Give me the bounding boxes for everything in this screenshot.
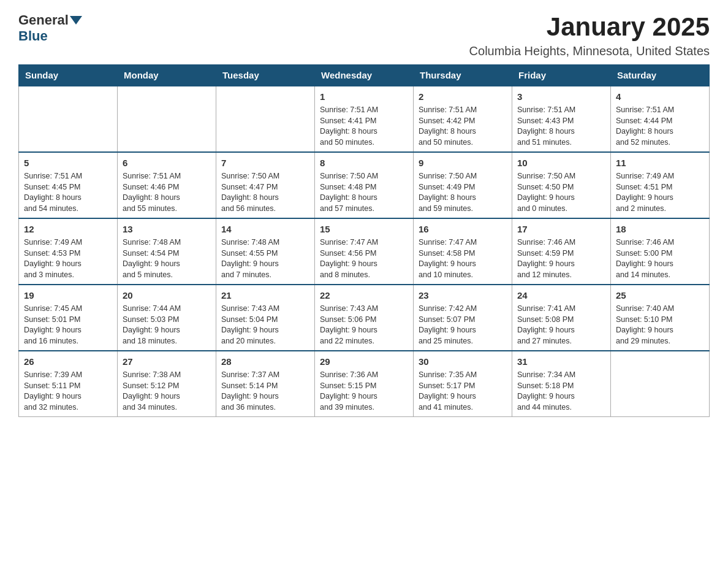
calendar-cell: 19Sunrise: 7:45 AM Sunset: 5:01 PM Dayli… [19,285,118,351]
day-info: Sunrise: 7:49 AM Sunset: 4:53 PM Dayligh… [24,237,112,280]
calendar-cell: 24Sunrise: 7:41 AM Sunset: 5:08 PM Dayli… [512,285,611,351]
calendar-cell: 3Sunrise: 7:51 AM Sunset: 4:43 PM Daylig… [512,86,611,152]
calendar-week-row: 5Sunrise: 7:51 AM Sunset: 4:45 PM Daylig… [19,152,710,218]
day-info: Sunrise: 7:38 AM Sunset: 5:12 PM Dayligh… [123,370,211,413]
day-number: 1 [320,90,408,103]
day-number: 30 [419,355,507,368]
calendar-table: SundayMondayTuesdayWednesdayThursdayFrid… [18,64,710,417]
calendar-cell: 6Sunrise: 7:51 AM Sunset: 4:46 PM Daylig… [118,152,216,218]
day-number: 25 [616,289,704,302]
day-number: 17 [517,223,605,236]
day-info: Sunrise: 7:34 AM Sunset: 5:18 PM Dayligh… [517,370,605,413]
calendar-cell: 9Sunrise: 7:50 AM Sunset: 4:49 PM Daylig… [414,152,512,218]
day-info: Sunrise: 7:51 AM Sunset: 4:46 PM Dayligh… [123,171,211,214]
calendar-header-monday: Monday [118,65,216,86]
calendar-header-sunday: Sunday [19,65,118,86]
calendar-subtitle: Columbia Heights, Minnesota, United Stat… [469,44,710,58]
calendar-header-friday: Friday [512,65,611,86]
day-info: Sunrise: 7:50 AM Sunset: 4:48 PM Dayligh… [320,171,408,214]
calendar-header-tuesday: Tuesday [216,65,315,86]
logo: General Blue [18,12,83,44]
calendar-cell [118,86,216,152]
day-info: Sunrise: 7:46 AM Sunset: 5:00 PM Dayligh… [616,237,704,280]
day-info: Sunrise: 7:51 AM Sunset: 4:43 PM Dayligh… [517,105,605,148]
calendar-cell: 21Sunrise: 7:43 AM Sunset: 5:04 PM Dayli… [216,285,315,351]
day-info: Sunrise: 7:45 AM Sunset: 5:01 PM Dayligh… [24,304,112,347]
calendar-cell: 14Sunrise: 7:48 AM Sunset: 4:55 PM Dayli… [216,218,315,285]
day-info: Sunrise: 7:36 AM Sunset: 5:15 PM Dayligh… [320,370,408,413]
logo-blue-text: Blue [18,28,48,44]
day-info: Sunrise: 7:51 AM Sunset: 4:41 PM Dayligh… [320,105,408,148]
calendar-cell: 25Sunrise: 7:40 AM Sunset: 5:10 PM Dayli… [611,285,710,351]
calendar-header-row: SundayMondayTuesdayWednesdayThursdayFrid… [19,65,710,86]
calendar-cell: 31Sunrise: 7:34 AM Sunset: 5:18 PM Dayli… [512,351,611,417]
header: General Blue January 2025 Columbia Heigh… [18,12,710,58]
calendar-cell: 7Sunrise: 7:50 AM Sunset: 4:47 PM Daylig… [216,152,315,218]
calendar-cell: 20Sunrise: 7:44 AM Sunset: 5:03 PM Dayli… [118,285,216,351]
calendar-cell: 30Sunrise: 7:35 AM Sunset: 5:17 PM Dayli… [414,351,512,417]
calendar-cell: 2Sunrise: 7:51 AM Sunset: 4:42 PM Daylig… [414,86,512,152]
day-info: Sunrise: 7:49 AM Sunset: 4:51 PM Dayligh… [616,171,704,214]
calendar-header-saturday: Saturday [611,65,710,86]
day-info: Sunrise: 7:43 AM Sunset: 5:06 PM Dayligh… [320,304,408,347]
day-info: Sunrise: 7:46 AM Sunset: 4:59 PM Dayligh… [517,237,605,280]
day-number: 15 [320,223,408,236]
calendar-week-row: 1Sunrise: 7:51 AM Sunset: 4:41 PM Daylig… [19,86,710,152]
calendar-cell: 17Sunrise: 7:46 AM Sunset: 4:59 PM Dayli… [512,218,611,285]
day-number: 28 [221,355,309,368]
day-info: Sunrise: 7:37 AM Sunset: 5:14 PM Dayligh… [221,370,309,413]
day-number: 8 [320,156,408,169]
calendar-week-row: 19Sunrise: 7:45 AM Sunset: 5:01 PM Dayli… [19,285,710,351]
day-info: Sunrise: 7:44 AM Sunset: 5:03 PM Dayligh… [123,304,211,347]
day-number: 22 [320,289,408,302]
calendar-cell [611,351,710,417]
day-number: 21 [221,289,309,302]
day-info: Sunrise: 7:40 AM Sunset: 5:10 PM Dayligh… [616,304,704,347]
calendar-cell: 28Sunrise: 7:37 AM Sunset: 5:14 PM Dayli… [216,351,315,417]
day-number: 10 [517,156,605,169]
calendar-cell: 13Sunrise: 7:48 AM Sunset: 4:54 PM Dayli… [118,218,216,285]
day-number: 11 [616,156,704,169]
day-number: 24 [517,289,605,302]
calendar-cell: 10Sunrise: 7:50 AM Sunset: 4:50 PM Dayli… [512,152,611,218]
calendar-cell: 26Sunrise: 7:39 AM Sunset: 5:11 PM Dayli… [19,351,118,417]
logo-general-text: General [18,12,69,28]
day-number: 16 [419,223,507,236]
calendar-title: January 2025 [469,12,710,42]
day-info: Sunrise: 7:50 AM Sunset: 4:49 PM Dayligh… [419,171,507,214]
calendar-cell: 27Sunrise: 7:38 AM Sunset: 5:12 PM Dayli… [118,351,216,417]
day-info: Sunrise: 7:43 AM Sunset: 5:04 PM Dayligh… [221,304,309,347]
day-info: Sunrise: 7:51 AM Sunset: 4:44 PM Dayligh… [616,105,704,148]
day-info: Sunrise: 7:47 AM Sunset: 4:56 PM Dayligh… [320,237,408,280]
day-info: Sunrise: 7:41 AM Sunset: 5:08 PM Dayligh… [517,304,605,347]
logo-arrow-icon [70,16,82,25]
day-number: 9 [419,156,507,169]
day-info: Sunrise: 7:47 AM Sunset: 4:58 PM Dayligh… [419,237,507,280]
calendar-cell: 4Sunrise: 7:51 AM Sunset: 4:44 PM Daylig… [611,86,710,152]
calendar-cell: 23Sunrise: 7:42 AM Sunset: 5:07 PM Dayli… [414,285,512,351]
day-number: 12 [24,223,112,236]
day-number: 5 [24,156,112,169]
day-number: 14 [221,223,309,236]
day-number: 2 [419,90,507,103]
calendar-cell: 16Sunrise: 7:47 AM Sunset: 4:58 PM Dayli… [414,218,512,285]
day-info: Sunrise: 7:50 AM Sunset: 4:47 PM Dayligh… [221,171,309,214]
day-number: 23 [419,289,507,302]
day-number: 18 [616,223,704,236]
day-info: Sunrise: 7:39 AM Sunset: 5:11 PM Dayligh… [24,370,112,413]
calendar-cell: 12Sunrise: 7:49 AM Sunset: 4:53 PM Dayli… [19,218,118,285]
day-number: 13 [123,223,211,236]
day-number: 4 [616,90,704,103]
day-number: 19 [24,289,112,302]
calendar-cell: 15Sunrise: 7:47 AM Sunset: 4:56 PM Dayli… [315,218,414,285]
day-info: Sunrise: 7:51 AM Sunset: 4:42 PM Dayligh… [419,105,507,148]
calendar-cell: 22Sunrise: 7:43 AM Sunset: 5:06 PM Dayli… [315,285,414,351]
day-number: 20 [123,289,211,302]
calendar-cell: 11Sunrise: 7:49 AM Sunset: 4:51 PM Dayli… [611,152,710,218]
calendar-cell [216,86,315,152]
calendar-header-wednesday: Wednesday [315,65,414,86]
calendar-header-thursday: Thursday [414,65,512,86]
day-number: 29 [320,355,408,368]
title-area: January 2025 Columbia Heights, Minnesota… [469,12,710,58]
calendar-week-row: 26Sunrise: 7:39 AM Sunset: 5:11 PM Dayli… [19,351,710,417]
